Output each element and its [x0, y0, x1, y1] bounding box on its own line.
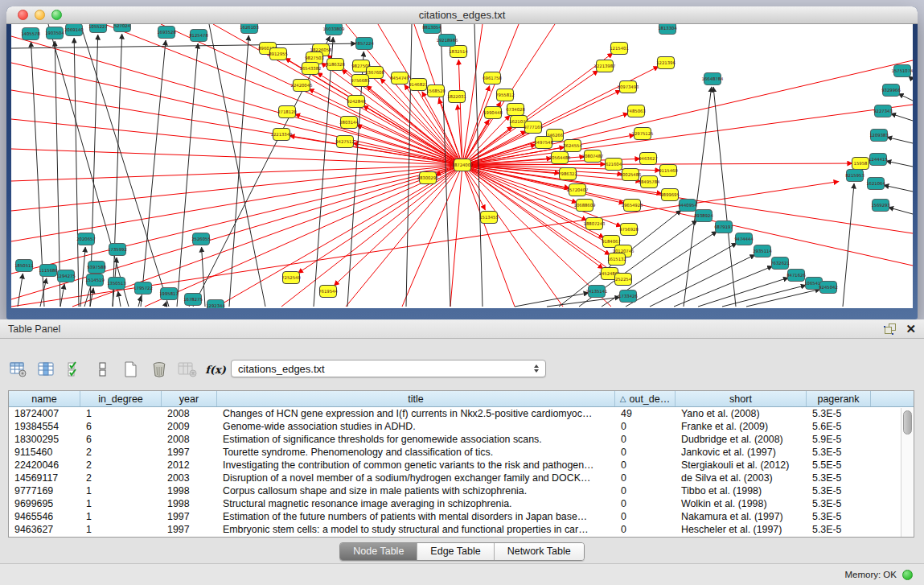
graph-node[interactable]: 1514519: [85, 274, 105, 286]
table-row[interactable]: 1872400712008Changes of HCN gene express…: [9, 407, 914, 420]
graph-node[interactable]: 2526055: [191, 233, 211, 245]
graph-node[interactable]: 1626103: [240, 24, 259, 34]
graph-node[interactable]: 2069140: [64, 24, 84, 36]
graph-node[interactable]: 14135141: [586, 286, 608, 298]
graph-node[interactable]: 1569293: [871, 200, 890, 212]
table-row[interactable]: 1830029562008Estimation of significance …: [9, 433, 914, 446]
tab-edge-table[interactable]: Edge Table: [417, 543, 494, 560]
graph-node[interactable]: 1693528: [157, 27, 176, 39]
graph-node[interactable]: 9440954: [678, 200, 697, 212]
graph-node[interactable]: 1903504: [45, 27, 64, 39]
zoom-window-button[interactable]: [51, 10, 62, 20]
graph-node[interactable]: 2718120: [277, 106, 297, 118]
graph-node[interactable]: 1832514: [449, 46, 468, 58]
graph-node[interactable]: 9397588: [87, 262, 106, 274]
tab-node-table[interactable]: Node Table: [340, 543, 417, 560]
graph-node[interactable]: 1513455: [479, 212, 499, 224]
graph-node[interactable]: 9474444: [734, 233, 754, 245]
graph-node[interactable]: 22420046: [291, 80, 314, 92]
graph-node[interactable]: 1405578: [21, 28, 40, 40]
graph-node[interactable]: 18724007: [452, 159, 474, 171]
column-header-pagerank[interactable]: pagerank: [807, 391, 871, 406]
table-selector-dropdown[interactable]: citations_edges.txt: [231, 360, 546, 377]
graph-node[interactable]: 15958: [852, 158, 869, 170]
graph-node[interactable]: 6734028: [506, 104, 525, 116]
graph-node[interactable]: 8813054: [422, 24, 441, 34]
column-header-out_degree[interactable]: △out_de…: [615, 391, 676, 406]
graph-node[interactable]: 2935114: [753, 245, 772, 257]
graph-node[interactable]: 15751074: [892, 65, 913, 77]
close-window-button[interactable]: [18, 10, 28, 20]
graph-node[interactable]: 10807487: [582, 150, 604, 163]
graph-node[interactable]: 9245042: [819, 282, 838, 294]
column-header-in_degree[interactable]: in_degree: [80, 391, 162, 406]
graph-node[interactable]: 2020657: [76, 233, 96, 245]
column-header-name[interactable]: name: [9, 391, 80, 406]
table-row[interactable]: 1938455462009Genome-wide association stu…: [9, 420, 914, 433]
graph-node[interactable]: 1055227: [88, 24, 108, 33]
graph-node[interactable]: 9329966: [881, 84, 901, 97]
graph-node[interactable]: 1621064: [866, 178, 885, 190]
graph-node[interactable]: 9227343: [873, 105, 893, 117]
table-scrollbar[interactable]: [901, 408, 913, 537]
table-row[interactable]: 2242004622012Investigating the contribut…: [9, 459, 914, 472]
column-header-title[interactable]: title: [217, 391, 615, 406]
graph-node[interactable]: 1294275: [56, 270, 76, 282]
graph-node[interactable]: 15720407: [567, 184, 589, 196]
graph-node[interactable]: 16648784: [702, 73, 725, 85]
graph-node[interactable]: 12213349: [271, 129, 293, 141]
table-row[interactable]: 946362711997Embryonic stem cells: a mode…: [9, 523, 914, 536]
graph-node[interactable]: 1735992: [108, 244, 127, 256]
graph-node[interactable]: 1244415: [869, 154, 888, 166]
graph-node[interactable]: 7485063: [626, 105, 646, 117]
graph-node[interactable]: 8125478: [189, 30, 208, 42]
graph-node[interactable]: 7252540: [281, 272, 301, 284]
graph-node[interactable]: 8186328: [326, 59, 345, 71]
graph-node[interactable]: 18495784: [639, 176, 661, 188]
graph-node[interactable]: 1850511: [14, 260, 34, 272]
graph-node[interactable]: 1215401: [610, 43, 629, 55]
select-columns-icon[interactable]: [64, 360, 85, 379]
row-selector-icon[interactable]: [92, 360, 113, 379]
graph-node[interactable]: 12213987: [594, 60, 616, 72]
graph-node[interactable]: 1115686: [39, 265, 58, 277]
graph-node[interactable]: 1678275: [183, 294, 203, 306]
graph-node[interactable]: 9242848: [347, 96, 366, 108]
graph-node[interactable]: 6879197: [714, 221, 733, 233]
table-row[interactable]: 946554611997Estimation of the future num…: [9, 510, 914, 523]
tab-network-table[interactable]: Network Table: [495, 543, 584, 560]
graph-node[interactable]: 527024: [114, 24, 131, 32]
graph-node[interactable]: 18807243: [584, 218, 606, 230]
column-header-year[interactable]: year: [162, 391, 217, 406]
graph-node[interactable]: 621604: [606, 159, 622, 171]
new-file-icon[interactable]: [121, 360, 142, 379]
graph-node[interactable]: 19654923: [622, 200, 643, 212]
graph-node[interactable]: 9115460: [659, 165, 678, 177]
table-row[interactable]: 977716911998Corpus callosum shape and si…: [9, 484, 914, 497]
graph-node[interactable]: 12975125: [632, 128, 654, 140]
network-canvas[interactable]: 1872400718300295896012389129551822605898…: [11, 24, 913, 308]
graph-node[interactable]: 9756928: [619, 224, 639, 236]
graph-node[interactable]: 1990448: [483, 107, 503, 119]
graph-node[interactable]: 9756685: [351, 75, 370, 87]
close-panel-icon[interactable]: ✕: [906, 323, 916, 335]
graph-node[interactable]: 9777169: [524, 122, 543, 134]
graph-node[interactable]: 20564486: [549, 152, 572, 164]
delete-icon[interactable]: [149, 360, 170, 379]
graph-node[interactable]: 8454749: [390, 72, 409, 84]
graph-node[interactable]: 10973493: [618, 81, 639, 93]
graph-node[interactable]: 8912955: [269, 48, 288, 60]
column-visibility-icon[interactable]: [36, 360, 57, 379]
graph-node[interactable]: 9899695: [660, 189, 680, 201]
graph-node[interactable]: 1209383: [869, 130, 889, 142]
graph-node[interactable]: 2803144: [339, 117, 359, 129]
graph-node[interactable]: 1795722: [133, 282, 153, 295]
graph-node[interactable]: 7986322: [558, 168, 577, 180]
minimize-window-button[interactable]: [35, 10, 45, 20]
column-header-short[interactable]: short: [676, 391, 807, 406]
graph-node[interactable]: 9427512: [335, 136, 355, 148]
network-window-titlebar[interactable]: citations_edges.txt: [6, 6, 918, 24]
graph-node[interactable]: 7857224: [355, 38, 374, 50]
graph-node[interactable]: 16543382: [300, 63, 322, 75]
graph-node[interactable]: 8215953: [845, 170, 864, 182]
